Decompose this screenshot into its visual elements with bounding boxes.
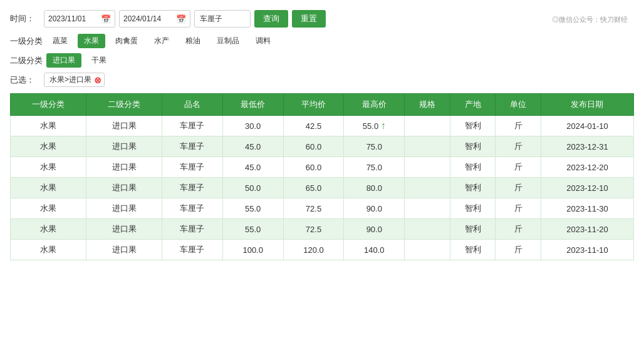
table-cell: 2023-11-30 <box>541 198 633 219</box>
table-cell: 72.5 <box>283 219 344 240</box>
table-cell: 车厘子 <box>162 136 223 157</box>
table-cell: 90.0 <box>344 219 405 240</box>
table-cell: 斤 <box>496 178 541 198</box>
table-cell: 75.0 <box>344 136 405 157</box>
table-cell: 车厘子 <box>162 157 223 178</box>
table-cell: 斤 <box>496 240 541 260</box>
cat1-item-spices[interactable]: 调料 <box>249 34 277 48</box>
calendar-start-icon: 📅 <box>101 14 111 24</box>
table-cell: 45.0 <box>222 136 283 157</box>
table-row: 水果进口果车厘子45.060.075.0智利斤2023-12-20 <box>11 157 634 178</box>
table-cell: 55.0 <box>222 198 283 219</box>
table-cell: 65.0 <box>283 178 344 198</box>
table-cell: 车厘子 <box>162 198 223 219</box>
selected-tag[interactable]: 水果>进口果 ⊗ <box>44 73 105 87</box>
table-row: 水果进口果车厘子50.065.080.0智利斤2023-12-10 <box>11 178 634 198</box>
table-cell <box>405 240 450 260</box>
table-cell: 斤 <box>496 198 541 219</box>
selected-value: 水果>进口果 <box>49 74 91 85</box>
table-cell: 斤 <box>496 116 541 136</box>
table-cell <box>405 116 450 136</box>
date-end-field[interactable] <box>123 14 174 23</box>
col-header-cat1: 一级分类 <box>11 94 86 116</box>
table-cell: 45.0 <box>222 157 283 178</box>
table-cell: 水果 <box>11 198 86 219</box>
date-start-input[interactable]: 📅 <box>44 10 115 28</box>
col-header-avg-price: 平均价 <box>283 94 344 116</box>
table-cell <box>405 136 450 157</box>
table-cell: 智利 <box>450 116 496 136</box>
table-cell: 进口果 <box>86 136 162 157</box>
cat1-item-soy[interactable]: 豆制品 <box>210 34 246 48</box>
table-cell: 90.0 <box>344 198 405 219</box>
cat2-label: 二级分类 <box>10 55 43 66</box>
table-cell: 55.0 <box>222 219 283 240</box>
watermark: ◎微信公众号：快刀财经 <box>552 15 628 24</box>
filter-row: 时间： 📅 📅 查询 重置 <box>10 10 634 28</box>
cat2-row: 二级分类 进口果 干果 <box>10 53 634 68</box>
calendar-end-icon: 📅 <box>176 14 186 24</box>
data-table: 一级分类 二级分类 品名 最低价 平均价 最高价 规格 产地 单位 发布日期 水… <box>10 93 634 260</box>
table-cell: 车厘子 <box>162 240 223 260</box>
col-header-name: 品名 <box>162 94 223 116</box>
table-cell: 进口果 <box>86 198 162 219</box>
table-cell <box>405 198 450 219</box>
date-start-field[interactable] <box>48 14 98 23</box>
cat1-item-grains[interactable]: 粮油 <box>179 34 207 48</box>
table-cell: 斤 <box>496 219 541 240</box>
table-row: 水果进口果车厘子55.072.590.0智利斤2023-11-30 <box>11 198 634 219</box>
table-cell: 智利 <box>450 178 496 198</box>
table-cell: 水果 <box>11 136 86 157</box>
query-button[interactable]: 查询 <box>254 10 288 28</box>
table-cell: 55.0 ↑ <box>344 116 405 136</box>
table-cell: 水果 <box>11 219 86 240</box>
table-cell: 72.5 <box>283 198 344 219</box>
cat2-item-imported[interactable]: 进口果 <box>46 53 81 68</box>
table-cell: 水果 <box>11 157 86 178</box>
col-header-max-price: 最高价 <box>344 94 405 116</box>
table-cell: 2024-01-10 <box>541 116 633 136</box>
table-cell: 100.0 <box>222 240 283 260</box>
keyword-input[interactable] <box>194 10 251 28</box>
col-header-min-price: 最低价 <box>222 94 283 116</box>
table-cell: 斤 <box>496 136 541 157</box>
table-cell: 智利 <box>450 240 496 260</box>
col-header-spec: 规格 <box>405 94 450 116</box>
reset-button[interactable]: 重置 <box>292 10 326 28</box>
table-row: 水果进口果车厘子45.060.075.0智利斤2023-12-31 <box>11 136 634 157</box>
table-cell: 水果 <box>11 178 86 198</box>
selected-row: 已选： 水果>进口果 ⊗ <box>10 73 634 87</box>
table-cell <box>405 178 450 198</box>
cat1-item-fruits[interactable]: 水果 <box>78 34 105 48</box>
table-cell: 车厘子 <box>162 116 223 136</box>
col-header-cat2: 二级分类 <box>86 94 162 116</box>
table-cell: 车厘子 <box>162 219 223 240</box>
cat1-item-poultry[interactable]: 肉禽蛋 <box>109 34 144 48</box>
cat2-item-dried[interactable]: 干果 <box>85 53 113 68</box>
date-end-input[interactable]: 📅 <box>119 10 190 28</box>
table-cell: 2023-12-31 <box>541 136 633 157</box>
table-cell: 140.0 <box>344 240 405 260</box>
up-arrow-icon: ↑ <box>381 120 386 131</box>
table-cell: 60.0 <box>283 157 344 178</box>
col-header-origin: 产地 <box>450 94 496 116</box>
table-cell: 进口果 <box>86 240 162 260</box>
table-cell: 水果 <box>11 240 86 260</box>
table-cell: 2023-12-10 <box>541 178 633 198</box>
col-header-date: 发布日期 <box>541 94 633 116</box>
table-cell: 60.0 <box>283 136 344 157</box>
selected-label: 已选： <box>10 74 40 86</box>
table-cell: 50.0 <box>222 178 283 198</box>
cat1-item-seafood[interactable]: 水产 <box>148 34 175 48</box>
table-cell: 75.0 <box>344 157 405 178</box>
table-row: 水果进口果车厘子30.042.555.0 ↑智利斤2024-01-10 <box>11 116 634 136</box>
table-cell: 进口果 <box>86 219 162 240</box>
table-cell: 120.0 <box>283 240 344 260</box>
table-cell: 2023-11-20 <box>541 219 633 240</box>
col-header-unit: 单位 <box>496 94 541 116</box>
table-cell <box>405 219 450 240</box>
remove-selected-button[interactable]: ⊗ <box>93 76 102 84</box>
cat1-item-vegetables[interactable]: 蔬菜 <box>46 34 74 48</box>
table-cell: 80.0 <box>344 178 405 198</box>
table-cell: 智利 <box>450 136 496 157</box>
